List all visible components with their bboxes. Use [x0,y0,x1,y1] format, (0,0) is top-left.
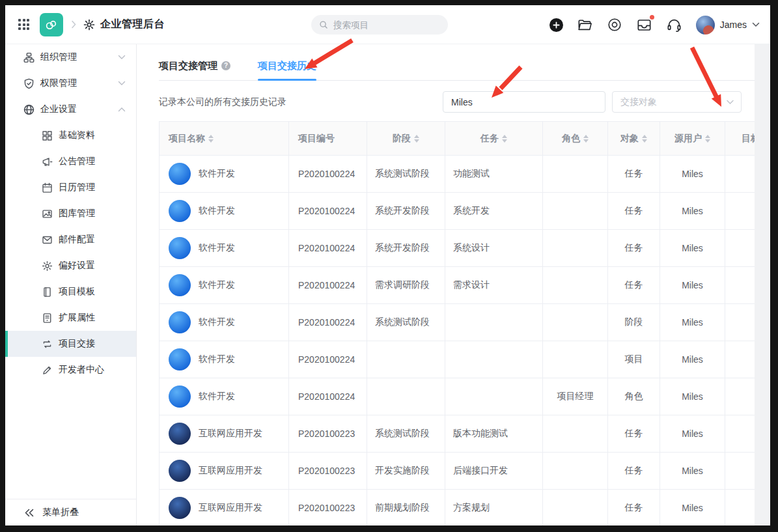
table-row: 软件开发P2020100224项目经理角色Miles [160,378,755,415]
topbar: 企业管理后台 James [5,5,770,44]
table-row: 软件开发P2020100224系统开发阶段系统设计任务Miles [160,230,755,267]
tab-项目交接管理[interactable]: 项目交接管理? [159,60,230,80]
project-name: 互联网应用开发 [199,465,262,477]
project-name: 软件开发 [199,316,235,328]
gear-icon [83,19,95,31]
column-header-阶段[interactable]: 阶段 [367,122,445,156]
sidebar-item-组织管理[interactable]: 组织管理 [5,44,136,70]
sort-carets-icon[interactable] [583,135,589,143]
column-header-目标用户[interactable]: 目标用户 [725,122,755,156]
column-header-任务[interactable]: 任务 [445,122,543,156]
sidebar-item-日历管理[interactable]: 日历管理 [5,175,136,201]
sidebar-item-label: 基础资料 [59,130,95,141]
sidebar-item-公告管理[interactable]: 公告管理 [5,148,136,175]
source-user-input[interactable] [443,91,605,113]
calendar-icon [42,182,53,193]
cell-code: P2020100224 [289,156,367,193]
cell-target_user [725,193,755,230]
sort-carets-icon[interactable] [642,135,647,143]
sidebar-item-label: 项目模板 [59,286,95,298]
sidebar-item-图库管理[interactable]: 图库管理 [5,201,136,227]
headset-icon[interactable] [666,17,682,33]
cell-role [543,304,608,341]
handover-history-table: 项目名称项目编号阶段任务角色对象源用户目标用户 软件开发P2020100224系… [159,121,755,525]
scrollbar-track[interactable] [755,44,770,525]
project-avatar [169,311,191,333]
cloud-logo[interactable] [40,13,63,36]
cell-stage: 系统测试阶段 [367,304,445,341]
cell-project: 互联网应用开发 [160,415,289,453]
folder-icon[interactable] [577,17,593,33]
sidebar-item-邮件配置[interactable]: 邮件配置 [5,227,136,253]
chevron-down-icon [118,81,126,86]
column-header-角色[interactable]: 角色 [543,122,608,156]
cell-task [445,341,543,378]
menu-collapse-button[interactable]: 菜单折叠 [5,499,136,525]
table-row: 软件开发P2020100224项目Miles [160,341,755,378]
sort-carets-icon[interactable] [705,135,710,143]
sidebar-item-项目模板[interactable]: 项目模板 [5,279,136,305]
cell-target_user [725,304,755,341]
plus-circle-icon[interactable] [549,18,563,32]
cell-object: 任务 [608,193,660,230]
user-menu[interactable]: James [696,16,760,35]
sidebar-nav: 组织管理权限管理企业设置基础资料公告管理日历管理图库管理邮件配置偏好设置项目模板… [5,44,136,383]
sidebar-item-基础资料[interactable]: 基础资料 [5,122,136,148]
cell-object: 任务 [608,230,660,267]
handover-icon [42,339,53,350]
sidebar-item-项目交接[interactable]: 项目交接 [5,331,136,357]
help-center-icon[interactable] [607,17,622,33]
cell-target_user [725,490,755,526]
cell-stage: 系统测试阶段 [367,156,445,193]
sidebar-item-权限管理[interactable]: 权限管理 [5,70,136,96]
sort-carets-icon[interactable] [208,135,214,143]
cell-object: 任务 [608,453,660,490]
cell-project: 软件开发 [160,156,289,193]
inbox-icon[interactable] [636,17,652,33]
cell-source_user: Miles [660,453,725,490]
sort-carets-icon[interactable] [414,135,419,143]
cell-source_user: Miles [660,341,725,378]
cell-object: 任务 [608,415,660,453]
sidebar-item-开发者中心[interactable]: 开发者中心 [5,357,136,383]
search-input[interactable] [332,20,440,31]
cell-project: 互联网应用开发 [160,453,289,490]
cell-target_user [725,156,755,193]
cell-task: 需求设计 [445,267,543,304]
search-icon [319,20,328,29]
project-name: 软件开发 [199,205,235,217]
column-header-源用户[interactable]: 源用户 [660,122,725,156]
column-header-对象[interactable]: 对象 [608,122,660,156]
cell-role [543,193,608,230]
help-badge-icon[interactable]: ? [221,61,230,70]
sidebar-item-偏好设置[interactable]: 偏好设置 [5,253,136,279]
sort-carets-icon[interactable] [502,135,507,143]
sidebar-item-企业设置[interactable]: 企业设置 [5,96,136,122]
app-window: 企业管理后台 James [5,5,770,525]
global-search[interactable] [311,15,448,35]
cell-source_user: Miles [660,490,725,526]
column-header-项目名称[interactable]: 项目名称 [160,122,289,156]
sidebar-item-label: 开发者中心 [59,364,104,376]
sidebar-item-label: 权限管理 [40,77,77,89]
apps-grid-icon[interactable] [18,19,29,30]
tab-项目交接历史[interactable]: 项目交接历史 [258,60,316,80]
cell-code: P2020100224 [289,267,367,304]
cell-stage: 系统开发阶段 [367,193,445,230]
sidebar-item-扩展属性[interactable]: 扩展属性 [5,305,136,331]
cell-target_user [725,453,755,490]
cell-task: 后端接口开发 [445,453,543,490]
cell-project: 软件开发 [160,267,289,304]
cell-task: 版本功能测试 [445,415,543,453]
cell-task [445,304,543,341]
cell-source_user: Miles [660,230,725,267]
mail-icon [42,234,53,245]
cell-object: 阶段 [608,304,660,341]
target-object-select[interactable]: 交接对象 [612,91,742,113]
cell-stage [367,341,445,378]
chevron-down-icon [752,22,760,27]
table-row: 互联网应用开发P2020100223开发实施阶段后端接口开发任务Miles [160,453,755,490]
cell-stage: 系统测试阶段 [367,415,445,453]
sidebar-item-label: 项目交接 [59,338,95,350]
breadcrumb-chevron-icon [71,20,77,29]
